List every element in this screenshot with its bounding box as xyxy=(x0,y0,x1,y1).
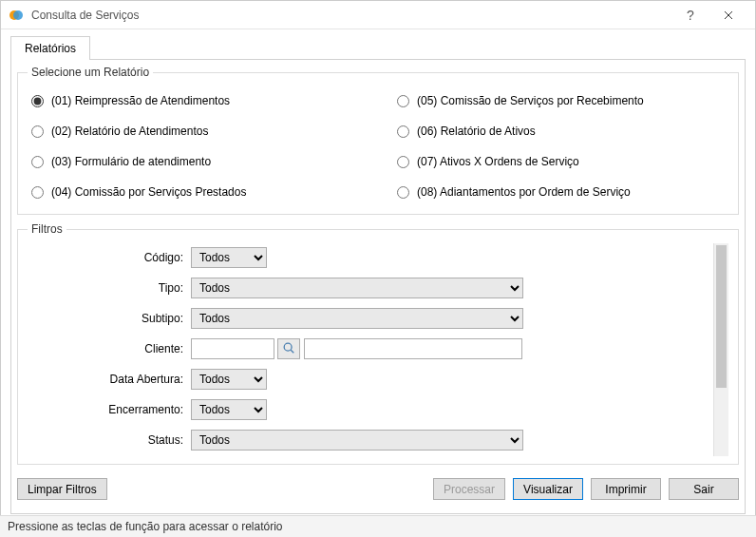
input-cliente-code[interactable] xyxy=(191,338,274,359)
report-label: (06) Relatório de Ativos xyxy=(417,125,536,138)
reports-legend: Selecione um Relatório xyxy=(28,66,153,79)
label-encerramento: Encerramento: xyxy=(29,403,191,416)
report-label: (01) Reimpressão de Atendimentos xyxy=(51,94,230,107)
select-status[interactable]: Todos xyxy=(191,430,523,451)
report-radio-08[interactable] xyxy=(397,186,409,199)
report-label: (02) Relatório de Atendimentos xyxy=(51,125,208,138)
filters-legend: Filtros xyxy=(28,222,66,236)
report-radio-06[interactable] xyxy=(397,125,409,138)
processar-button: Processar xyxy=(433,478,505,500)
label-status: Status: xyxy=(29,433,191,447)
help-button[interactable]: ? xyxy=(671,1,709,29)
filters-group: Filtros Código: Todos Tipo: Todos xyxy=(17,222,739,465)
label-data-abertura: Data Abertura: xyxy=(29,373,191,386)
report-label: (03) Formulário de atendimento xyxy=(51,155,211,168)
input-cliente-name[interactable] xyxy=(304,338,522,359)
report-label: (04) Comissão por Serviços Prestados xyxy=(51,185,246,199)
label-subtipo: Subtipo: xyxy=(29,312,191,325)
imprimir-button[interactable]: Imprimir xyxy=(591,478,661,500)
report-option-01[interactable]: (01) Reimpressão de Atendimentos xyxy=(31,94,359,107)
close-button[interactable] xyxy=(709,1,747,29)
report-radio-01[interactable] xyxy=(31,95,44,107)
label-tipo: Tipo: xyxy=(29,281,191,295)
report-label: (07) Ativos X Ordens de Serviço xyxy=(417,155,579,168)
window-title: Consulta de Serviços xyxy=(31,9,671,22)
svg-point-1 xyxy=(13,10,23,20)
svg-point-4 xyxy=(284,343,292,351)
filters-scrollbar[interactable] xyxy=(713,243,728,456)
report-label: (08) Adiantamentos por Ordem de Serviço xyxy=(417,185,631,199)
scrollbar-thumb[interactable] xyxy=(716,245,727,388)
button-bar: Limpar Filtros Processar Visualizar Impr… xyxy=(17,472,739,506)
label-codigo: Código: xyxy=(29,251,191,264)
report-label: (05) Comissão de Serviços por Recebiment… xyxy=(417,94,644,107)
select-data-abertura[interactable]: Todos xyxy=(191,369,267,390)
report-option-05[interactable]: (05) Comissão de Serviços por Recebiment… xyxy=(397,94,725,107)
reports-group: Selecione um Relatório (01) Reimpressão … xyxy=(17,66,739,215)
report-radio-05[interactable] xyxy=(397,95,409,107)
report-radio-04[interactable] xyxy=(31,186,44,199)
select-encerramento[interactable]: Todos xyxy=(191,399,267,420)
label-cliente: Cliente: xyxy=(29,342,191,355)
app-icon xyxy=(9,8,24,23)
report-option-03[interactable]: (03) Formulário de atendimento xyxy=(31,155,359,168)
titlebar: Consulta de Serviços ? xyxy=(1,1,755,29)
report-radio-03[interactable] xyxy=(31,156,44,168)
statusbar: Pressione as teclas de função para acess… xyxy=(0,515,756,537)
report-option-02[interactable]: (02) Relatório de Atendimentos xyxy=(31,125,359,138)
select-tipo[interactable]: Todos xyxy=(191,278,523,298)
report-radio-02[interactable] xyxy=(31,125,44,138)
report-radio-07[interactable] xyxy=(397,156,409,168)
report-option-04[interactable]: (04) Comissão por Serviços Prestados xyxy=(31,185,359,199)
visualizar-button[interactable]: Visualizar xyxy=(513,478,583,500)
select-codigo[interactable]: Todos xyxy=(191,247,267,268)
select-subtipo[interactable]: Todos xyxy=(191,308,523,329)
limpar-filtros-button[interactable]: Limpar Filtros xyxy=(17,478,107,500)
report-option-08[interactable]: (08) Adiantamentos por Ordem de Serviço xyxy=(397,185,725,199)
svg-line-5 xyxy=(291,350,293,353)
tab-relatorios[interactable]: Relatórios xyxy=(10,36,90,60)
cliente-lookup-button[interactable] xyxy=(277,338,300,359)
report-option-06[interactable]: (06) Relatório de Ativos xyxy=(397,125,725,138)
search-icon xyxy=(282,341,295,357)
report-option-07[interactable]: (07) Ativos X Ordens de Serviço xyxy=(397,155,725,168)
sair-button[interactable]: Sair xyxy=(669,478,739,500)
